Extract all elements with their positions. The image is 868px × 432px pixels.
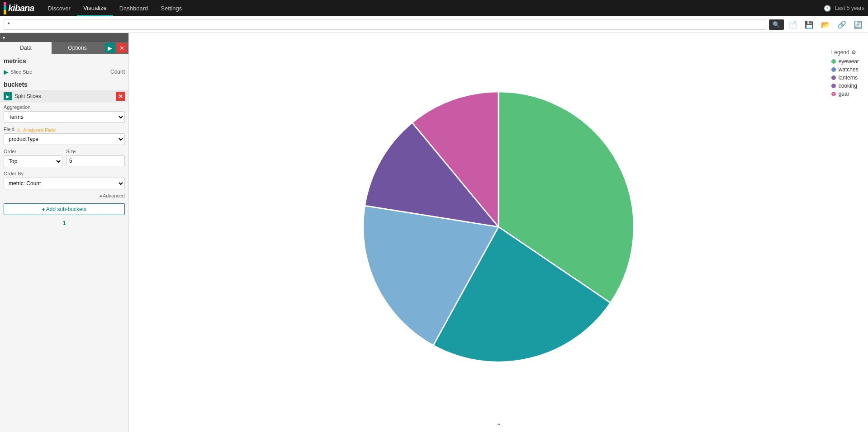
add-sub-buckets-button[interactable]: ♦ Add sub-buckets [4, 203, 125, 215]
open-icon[interactable]: 📂 [819, 19, 832, 30]
logo-text: kibana [8, 3, 34, 14]
split-slices-label: Split Slices [14, 93, 116, 99]
sidebar-actions: ▶ ✕ [103, 42, 128, 54]
metrics-icon: ▶ [4, 68, 9, 75]
close-sidebar-button[interactable]: ✕ [117, 43, 127, 53]
field-label: Field [4, 127, 14, 132]
advanced-row: Advanced [0, 191, 128, 201]
aggregation-label: Aggregation [4, 104, 125, 110]
metrics-header: metrics [0, 54, 128, 66]
time-label: Last 5 years [835, 5, 864, 11]
page-number: 1 [0, 218, 128, 228]
search-input[interactable] [4, 19, 766, 30]
order-select[interactable]: Top [4, 155, 62, 167]
save-icon[interactable]: 💾 [803, 19, 816, 30]
slice-size-label: Slice Size [10, 69, 32, 75]
nav-dashboard[interactable]: Dashboard [113, 0, 155, 16]
tab-data[interactable]: Data [0, 42, 52, 54]
search-button[interactable]: 🔍 [769, 19, 784, 30]
order-by-group: Order By metric: Count [0, 169, 128, 191]
new-icon[interactable]: 📄 [787, 19, 799, 30]
slice-size-value: Count [110, 69, 125, 75]
nav-settings[interactable]: Settings [154, 0, 188, 16]
sidebar: ▾ Data Options ▶ ✕ metrics ▶ Slice Size … [0, 33, 129, 432]
nav-items: Discover Visualize Dashboard Settings [41, 0, 823, 16]
main-layout: ▾ Data Options ▶ ✕ metrics ▶ Slice Size … [0, 33, 868, 432]
time-filter[interactable]: 🕐 Last 5 years [824, 5, 864, 12]
refresh-icon[interactable]: 🔄 [852, 19, 864, 30]
size-col: Size [66, 149, 125, 167]
field-label-row: Field ⚠ Analyzed Field [4, 127, 125, 133]
search-bar: 🔍 📄 💾 📂 🔗 🔄 [0, 16, 868, 33]
field-group: Field ⚠ Analyzed Field productType [0, 125, 128, 147]
toolbar-icons: 📄 💾 📂 🔗 🔄 [787, 19, 864, 30]
order-col: Order Top [4, 149, 62, 167]
pie-chart [345, 73, 652, 380]
logo-bar [4, 2, 6, 14]
size-label: Size [66, 149, 125, 154]
top-navigation: kibana Discover Visualize Dashboard Sett… [0, 0, 868, 16]
bottom-chevron[interactable]: ⌃ [129, 420, 868, 432]
advanced-link[interactable]: Advanced [99, 193, 125, 199]
nav-discover[interactable]: Discover [41, 0, 77, 16]
sidebar-toggle[interactable]: ▾ [0, 33, 128, 42]
order-by-select[interactable]: metric: Count [4, 178, 125, 189]
remove-bucket-button[interactable]: ✕ [116, 92, 125, 101]
chart-area [129, 33, 868, 420]
analyzed-field-label: Analyzed Field [23, 127, 56, 133]
order-size-row: Order Top Size [0, 147, 128, 169]
clock-icon: 🕐 [824, 5, 831, 12]
warning-icon: ⚠ [16, 127, 21, 133]
aggregation-select[interactable]: Terms [4, 111, 125, 123]
field-select[interactable]: productType [4, 133, 125, 145]
split-slices-icon: ▶ [4, 92, 12, 100]
logo: kibana [4, 2, 34, 14]
aggregation-group: Aggregation Terms [0, 103, 128, 125]
size-input[interactable] [66, 155, 125, 166]
slice-size-row: ▶ Slice Size Count [0, 66, 128, 77]
order-label: Order [4, 149, 62, 154]
order-by-label: Order By [4, 171, 125, 176]
main-content: Legend ⚙ eyewear watches lanterns cookin… [129, 33, 868, 432]
split-slices-row: ▶ Split Slices ✕ [0, 90, 128, 103]
tab-options[interactable]: Options [52, 42, 103, 54]
buckets-header: buckets [0, 77, 128, 90]
run-button[interactable]: ▶ [105, 43, 115, 53]
share-icon[interactable]: 🔗 [835, 19, 848, 30]
nav-visualize[interactable]: Visualize [77, 0, 113, 16]
